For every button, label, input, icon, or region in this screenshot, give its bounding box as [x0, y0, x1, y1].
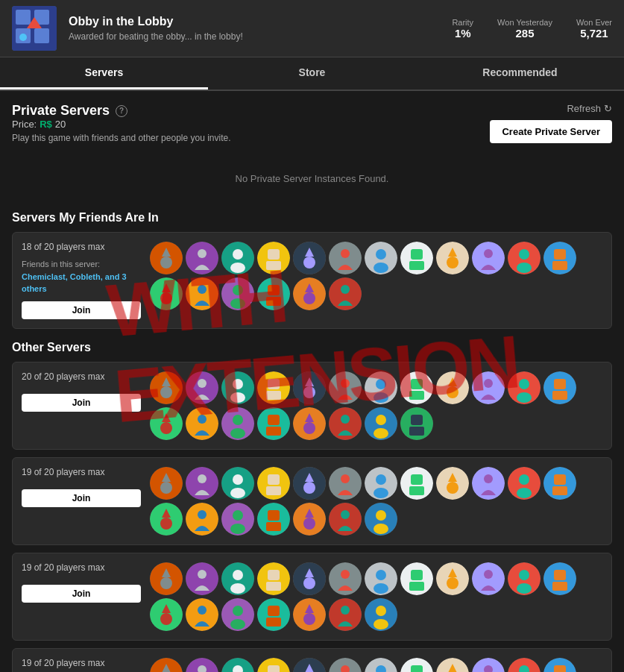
svg-point-202: [233, 606, 243, 616]
other-join-button[interactable]: Join: [22, 489, 141, 507]
avatar: [221, 242, 254, 274]
help-icon[interactable]: ?: [116, 105, 127, 117]
won-yesterday-label: Won Yesterday: [497, 18, 552, 27]
friends-section-title: Servers My Friends Are In: [12, 211, 612, 224]
avatar: [436, 467, 469, 500]
svg-point-181: [374, 583, 388, 594]
avatar: [436, 658, 469, 673]
avatar: [150, 467, 183, 500]
svg-point-22: [341, 249, 350, 258]
avatar: [186, 562, 218, 595]
svg-point-113: [160, 482, 172, 494]
other-join-button[interactable]: Join: [22, 394, 141, 412]
other-server-card: 19 of 20 players maxJoin: [12, 553, 612, 641]
avatar: [186, 598, 218, 631]
private-servers-header: Private Servers ? Price: R$ 20 Play this…: [12, 103, 612, 152]
avatar: [221, 277, 254, 310]
private-servers-title: Private Servers ?: [12, 103, 231, 119]
won-ever-label: Won Ever: [576, 18, 612, 27]
svg-point-126: [341, 474, 350, 483]
svg-point-162: [374, 524, 388, 534]
avatar: [329, 562, 362, 595]
avatar: [436, 562, 469, 595]
svg-rect-132: [409, 486, 424, 495]
svg-rect-235: [411, 665, 423, 673]
no-instances-message: No Private Server Instances Found.: [12, 158, 612, 199]
other-server-card: 19 of 20 players maxJoin: [12, 457, 612, 545]
friends-join-button[interactable]: Join: [22, 301, 141, 319]
svg-point-106: [376, 415, 386, 425]
avatar: [472, 371, 505, 404]
avatar: [150, 242, 183, 274]
svg-point-42: [160, 292, 172, 304]
svg-point-33: [484, 249, 493, 258]
svg-rect-87: [554, 379, 566, 389]
avatar: [329, 467, 362, 500]
svg-rect-183: [411, 570, 423, 580]
tab-recommended[interactable]: Recommended: [416, 57, 624, 90]
won-yesterday-value: 285: [515, 27, 534, 40]
svg-point-14: [230, 263, 245, 273]
other-avatars-grid: [150, 467, 602, 536]
avatar: [365, 407, 397, 440]
game-title: Obby in the Lobby: [69, 15, 440, 28]
avatar: [257, 467, 290, 500]
svg-point-150: [233, 510, 243, 521]
other-server-info: 19 of 20 players maxJoin: [22, 658, 141, 673]
svg-point-117: [233, 474, 243, 485]
svg-point-128: [376, 474, 386, 485]
friends-player-count: 18 of 20 players max: [22, 242, 141, 252]
other-server-card: 20 of 20 players maxJoin: [12, 362, 612, 450]
avatar: [257, 562, 290, 595]
svg-point-24: [376, 249, 386, 260]
tab-servers[interactable]: Servers: [0, 57, 208, 90]
create-private-server-button[interactable]: Create Private Server: [490, 120, 612, 143]
svg-rect-184: [409, 582, 424, 591]
other-avatars-grid: [150, 371, 602, 440]
avatar: [400, 242, 433, 274]
svg-point-192: [517, 583, 532, 594]
friends-names: Chemiclast, Cobleth, and 3 others: [22, 272, 127, 294]
svg-rect-120: [268, 474, 280, 485]
svg-rect-172: [268, 570, 280, 580]
svg-rect-66: [266, 391, 281, 400]
other-player-count: 19 of 20 players max: [22, 658, 141, 668]
svg-point-209: [303, 613, 315, 625]
svg-rect-99: [266, 427, 281, 436]
avatar: [543, 658, 576, 673]
game-info: Obby in the Lobby Awarded for beating th…: [69, 15, 440, 42]
svg-rect-121: [266, 486, 281, 495]
game-stats: Rarity 1% Won Yesterday 285 Won Ever 5,7…: [452, 18, 612, 40]
svg-rect-143: [552, 486, 567, 495]
other-server-card: 19 of 20 players maxJoin: [12, 648, 612, 673]
avatar: [257, 371, 290, 404]
private-servers-right: Refresh ↻ Create Private Server: [490, 103, 612, 143]
avatar: [472, 467, 505, 500]
avatar: [400, 407, 433, 440]
tab-store[interactable]: Store: [208, 57, 416, 90]
robux-icon: R$: [40, 119, 52, 130]
avatar: [150, 371, 183, 404]
other-join-button[interactable]: Join: [22, 585, 141, 603]
price-row: Price: R$ 20: [12, 119, 231, 130]
svg-point-69: [303, 386, 315, 398]
avatar: [365, 371, 397, 404]
friends-info: Friends in this server: Chemiclast, Cobl…: [22, 258, 141, 295]
private-servers-left: Private Servers ? Price: R$ 20 Play this…: [12, 103, 231, 152]
avatar: [150, 598, 183, 631]
svg-point-151: [230, 524, 245, 534]
svg-point-95: [233, 415, 243, 425]
svg-rect-224: [268, 665, 280, 673]
main-content: Private Servers ? Price: R$ 20 Play this…: [0, 91, 624, 672]
avatar: [221, 407, 254, 440]
avatar: [400, 562, 433, 595]
avatar: [293, 277, 326, 310]
avatar: [150, 658, 183, 673]
svg-point-20: [303, 257, 315, 269]
avatar: [329, 371, 362, 404]
refresh-button[interactable]: Refresh ↻: [567, 103, 612, 114]
svg-rect-76: [411, 379, 423, 389]
friends-server-info: 18 of 20 players max Friends in this ser…: [22, 242, 141, 319]
svg-rect-49: [268, 285, 280, 295]
svg-rect-173: [266, 582, 281, 591]
